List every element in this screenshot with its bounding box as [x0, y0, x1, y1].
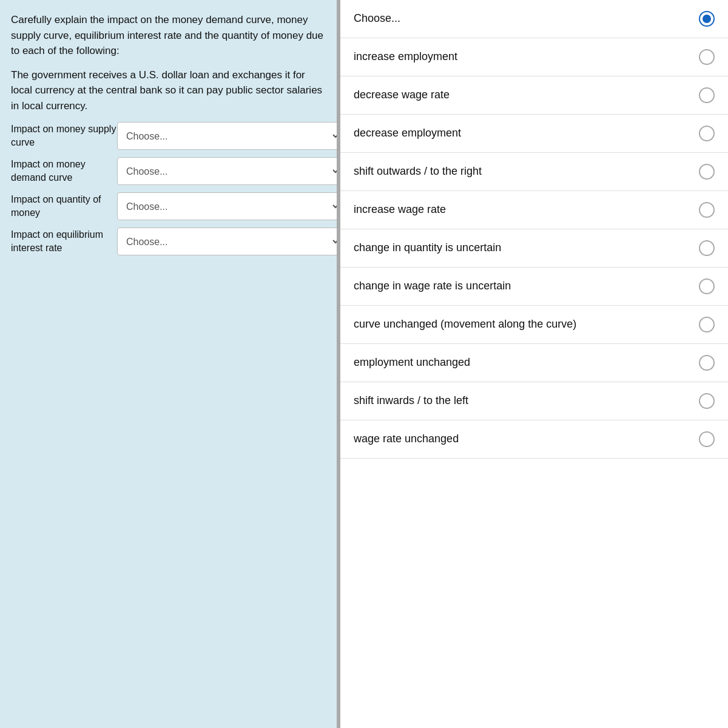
radio-circle-4 [699, 164, 715, 180]
radio-circle-10 [699, 393, 715, 409]
radio-label-6: change in quantity is uncertain [354, 240, 690, 255]
radio-option-0[interactable]: Choose... [340, 0, 728, 38]
left-panel: Carefully explain the impact on the mone… [0, 0, 337, 728]
select-money-supply[interactable]: Choose... increase employment decrease w… [117, 122, 341, 150]
impact-row-quantity: Impact on quantity of money Choose... in… [11, 192, 326, 220]
radio-label-0: Choose... [354, 11, 690, 26]
radio-circle-1 [699, 49, 715, 65]
impact-row-money-demand: Impact on money demand curve Choose... i… [11, 157, 326, 185]
radio-option-2[interactable]: decrease wage rate [340, 76, 728, 115]
radio-circle-7 [699, 278, 715, 294]
radio-label-1: increase employment [354, 49, 690, 64]
radio-option-3[interactable]: decrease employment [340, 115, 728, 153]
impact-row-equilibrium: Impact on equilibrium interest rate Choo… [11, 228, 326, 255]
radio-option-6[interactable]: change in quantity is uncertain [340, 229, 728, 268]
radio-circle-6 [699, 240, 715, 256]
radio-option-1[interactable]: increase employment [340, 38, 728, 76]
radio-label-9: employment unchanged [354, 355, 690, 370]
radio-option-10[interactable]: shift inwards / to the left [340, 382, 728, 420]
radio-circle-2 [699, 87, 715, 103]
impact-label-quantity: Impact on quantity of money [11, 193, 117, 220]
impact-row-money-supply: Impact on money supply curve Choose... i… [11, 122, 326, 150]
radio-circle-8 [699, 317, 715, 332]
radio-circle-0 [699, 11, 715, 27]
select-equilibrium[interactable]: Choose... increase employment decrease w… [117, 228, 341, 255]
radio-label-7: change in wage rate is uncertain [354, 278, 690, 294]
radio-label-8: curve unchanged (movement along the curv… [354, 317, 690, 332]
radio-option-11[interactable]: wage rate unchanged [340, 420, 728, 459]
radio-circle-11 [699, 431, 715, 447]
description-2: The government receives a U.S. dollar lo… [11, 67, 326, 114]
description-1: Carefully explain the impact on the mone… [11, 12, 326, 59]
radio-label-10: shift inwards / to the left [354, 393, 690, 408]
radio-label-3: decrease employment [354, 126, 690, 141]
radio-option-5[interactable]: increase wage rate [340, 191, 728, 229]
radio-label-5: increase wage rate [354, 202, 690, 217]
impact-label-money-demand: Impact on money demand curve [11, 158, 117, 185]
radio-label-4: shift outwards / to the right [354, 164, 690, 179]
radio-option-9[interactable]: employment unchanged [340, 344, 728, 382]
right-panel: Choose...increase employmentdecrease wag… [340, 0, 728, 728]
radio-circle-5 [699, 202, 715, 218]
radio-option-8[interactable]: curve unchanged (movement along the curv… [340, 306, 728, 344]
radio-circle-9 [699, 355, 715, 371]
select-money-demand[interactable]: Choose... increase employment decrease w… [117, 157, 341, 185]
radio-circle-3 [699, 126, 715, 141]
impact-label-money-supply: Impact on money supply curve [11, 123, 117, 150]
impact-label-equilibrium: Impact on equilibrium interest rate [11, 228, 117, 255]
select-quantity[interactable]: Choose... increase employment decrease w… [117, 192, 341, 220]
radio-option-4[interactable]: shift outwards / to the right [340, 153, 728, 191]
radio-label-11: wage rate unchanged [354, 431, 690, 447]
radio-label-2: decrease wage rate [354, 87, 690, 103]
radio-option-7[interactable]: change in wage rate is uncertain [340, 268, 728, 306]
